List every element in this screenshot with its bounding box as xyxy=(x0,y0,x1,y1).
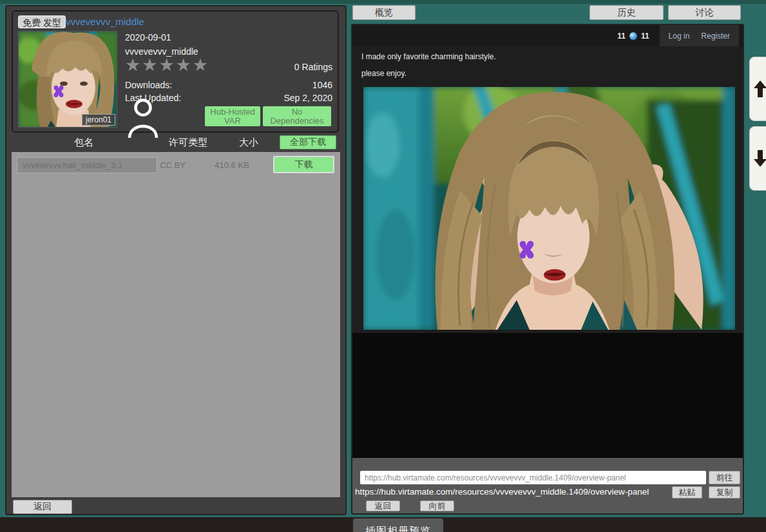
last-updated-value: Sep 2, 2020 xyxy=(283,93,332,103)
resource-summary-card: 免费 发型 vvvevevvv_middle xyxy=(12,10,339,133)
url-input[interactable] xyxy=(360,471,706,484)
resource-thumbnail[interactable]: jeron01 xyxy=(18,31,117,128)
browser-controls-bar: 前往 https://hub.virtamate.com/resources/v… xyxy=(352,458,743,513)
resource-date: 2020-09-01 xyxy=(125,32,171,43)
hub-browser-panel: 11 11 Log in Register I made only favori… xyxy=(351,24,744,515)
free-hairstyle-badge: 免费 发型 xyxy=(18,15,66,28)
top-edge-shade xyxy=(0,0,766,4)
resource-title-link[interactable]: vvvevevvv_middle xyxy=(66,16,144,27)
page-lower-area xyxy=(352,333,743,458)
scroll-up-button[interactable] xyxy=(749,57,766,121)
download-all-button[interactable]: 全部下载 xyxy=(280,135,336,149)
user-icon xyxy=(128,98,158,138)
register-link[interactable]: Register xyxy=(701,32,730,41)
paste-button[interactable]: 粘贴 xyxy=(672,486,702,499)
browser-site-header: 11 11 Log in Register xyxy=(352,25,743,46)
package-list: vvvevevvv.hair_middle_3.1 CC BY 410.6 KB… xyxy=(12,152,340,497)
tab-overview[interactable]: 概览 xyxy=(352,5,416,20)
size-cell: 410.6 KB xyxy=(206,160,258,170)
author-name-label: jeron01 xyxy=(82,114,115,126)
resource-stats: 2020-09-01 vvvevevvv_middle ★★★★★ 0 Rati… xyxy=(125,31,332,128)
resource-info-panel: 免费 发型 vvvevevvv_middle xyxy=(5,5,347,515)
copy-button[interactable]: 复制 xyxy=(709,486,740,499)
current-url-text: https://hub.virtamate.com/resources/vvve… xyxy=(355,487,649,497)
counter-right: 11 xyxy=(641,32,649,41)
rating-stars-icon[interactable]: ★★★★★ xyxy=(125,57,209,74)
counter-left: 11 xyxy=(617,32,626,41)
go-button[interactable]: 前往 xyxy=(709,471,740,484)
auth-links: Log in Register xyxy=(660,25,739,46)
package-name-cell[interactable]: vvvevevvv.hair_middle_3.1 xyxy=(17,157,157,173)
browser-forward-button[interactable]: 向前 xyxy=(420,500,454,511)
col-license-type: 许可类型 xyxy=(153,137,224,149)
thumbnail-portrait xyxy=(19,32,117,128)
app-window: 免费 发型 vvvevevvv_middle xyxy=(0,0,766,532)
scroll-down-button[interactable] xyxy=(749,126,766,191)
gallery-preview-button[interactable]: 插图相册预览 xyxy=(353,518,443,532)
browser-back-button[interactable]: 返回 xyxy=(366,500,400,511)
blue-orb-icon xyxy=(629,32,637,40)
status-badges: Hub-Hosted VAR No Dependencies xyxy=(205,106,331,126)
license-cell: CC BY xyxy=(153,160,192,170)
downloads-value: 1046 xyxy=(312,80,332,90)
tab-discussion[interactable]: 讨论 xyxy=(668,5,741,20)
login-link[interactable]: Log in xyxy=(669,32,690,41)
down-arrow-icon xyxy=(754,150,766,167)
hub-hosted-var-badge: Hub-Hosted VAR xyxy=(205,106,260,126)
col-size: 大小 xyxy=(229,137,268,149)
col-package-name: 包名 xyxy=(45,137,122,149)
bottom-toolbar: 插图相册预览 xyxy=(0,517,766,532)
download-button[interactable]: 下载 xyxy=(273,156,334,173)
up-arrow-icon xyxy=(754,81,766,97)
resource-image[interactable] xyxy=(363,87,735,330)
ratings-count: 0 Ratings xyxy=(294,62,332,72)
no-dependencies-badge: No Dependencies xyxy=(263,106,331,126)
tab-history[interactable]: 历史 xyxy=(589,5,664,20)
description-line-1: I made only favorite charming hairstyle. xyxy=(361,52,496,61)
downloads-label: Downloads: xyxy=(125,80,172,90)
description-line-2: please enjoy. xyxy=(361,69,407,78)
panel-back-button[interactable]: 返回 xyxy=(13,500,72,514)
portrait-illustration xyxy=(363,87,735,330)
